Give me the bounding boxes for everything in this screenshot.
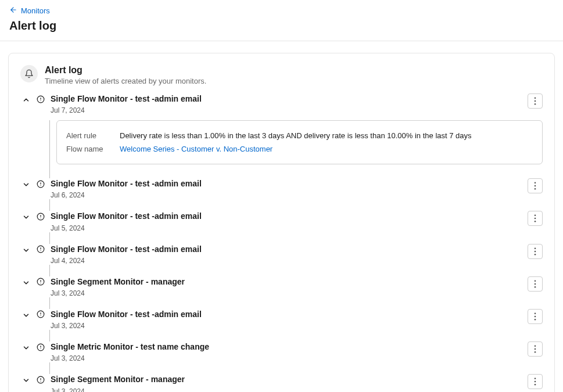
alert-title: Single Flow Monitor - test -admin email <box>51 211 522 221</box>
svg-point-11 <box>535 185 536 187</box>
alert-date: Jul 3, 2024 <box>51 354 522 362</box>
detail-label-rule: Alert rule <box>66 131 108 140</box>
timeline-line <box>49 362 50 374</box>
svg-point-17 <box>535 218 536 220</box>
svg-point-40 <box>535 346 536 347</box>
svg-point-30 <box>535 286 536 288</box>
more-options-button[interactable] <box>528 178 543 193</box>
svg-point-47 <box>535 381 536 383</box>
alert-circle-icon <box>37 376 45 386</box>
chevron-up-icon[interactable] <box>20 94 32 106</box>
card-title: Alert log <box>45 65 206 75</box>
svg-point-18 <box>535 221 536 222</box>
svg-point-16 <box>535 215 536 217</box>
card-subtitle: Timeline view of alerts created by your … <box>45 77 206 85</box>
alert-date: Jul 4, 2024 <box>51 257 522 265</box>
detail-value-rule: Delivery rate is less than 1.00% in the … <box>120 131 472 140</box>
timeline-line <box>49 265 50 276</box>
svg-point-42 <box>535 351 536 353</box>
more-options-button[interactable] <box>528 341 543 357</box>
more-options-button[interactable] <box>528 374 543 389</box>
alert-row: Single Flow Monitor - test -admin emailJ… <box>20 211 543 232</box>
chevron-down-icon[interactable] <box>20 342 32 354</box>
more-options-button[interactable] <box>528 276 543 292</box>
arrow-left-icon <box>9 6 17 16</box>
alert-date: Jul 3, 2024 <box>51 387 522 393</box>
alert-date: Jul 3, 2024 <box>51 289 522 297</box>
alert-row: Single Flow Monitor - test -admin emailJ… <box>20 244 543 265</box>
svg-point-22 <box>535 247 536 249</box>
alert-date: Jul 5, 2024 <box>51 224 522 232</box>
alert-row: Single Flow Monitor - test -admin emailJ… <box>20 309 543 330</box>
alert-date: Jul 7, 2024 <box>51 106 522 114</box>
timeline-line <box>49 120 50 178</box>
alert-title: Single Flow Monitor - test -admin email <box>51 93 522 104</box>
detail-label-flow: Flow name <box>66 145 108 153</box>
alert-row: Single Segment Monitor - managerJul 3, 2… <box>20 374 543 392</box>
alert-title: Single Metric Monitor - test name change <box>51 341 522 352</box>
alert-circle-icon <box>37 245 45 255</box>
alert-title: Single Segment Monitor - manager <box>51 374 522 384</box>
svg-point-6 <box>535 103 536 105</box>
chevron-down-icon[interactable] <box>20 211 32 223</box>
alert-row: Single Metric Monitor - test name change… <box>20 341 543 362</box>
alert-row: Single Segment Monitor - managerJul 3, 2… <box>20 276 543 297</box>
alert-circle-icon <box>37 95 45 105</box>
svg-point-23 <box>535 250 536 252</box>
svg-point-36 <box>535 319 536 321</box>
alert-circle-icon <box>37 213 45 222</box>
svg-point-34 <box>535 312 536 314</box>
svg-point-5 <box>535 100 536 102</box>
timeline-line <box>49 297 50 309</box>
chevron-down-icon[interactable] <box>20 244 32 256</box>
alert-circle-icon <box>37 180 45 190</box>
svg-point-28 <box>535 280 536 282</box>
chevron-down-icon[interactable] <box>20 179 32 190</box>
timeline-line <box>49 330 50 341</box>
more-options-button[interactable] <box>528 309 543 324</box>
svg-point-24 <box>535 254 536 256</box>
more-options-button[interactable] <box>528 93 543 109</box>
alert-log-card: Alert log Timeline view of alerts create… <box>8 53 555 392</box>
alert-title: Single Segment Monitor - manager <box>51 276 522 287</box>
bell-icon <box>20 65 38 82</box>
chevron-down-icon[interactable] <box>20 310 32 321</box>
more-options-button[interactable] <box>528 211 543 226</box>
svg-point-41 <box>535 348 536 350</box>
chevron-down-icon[interactable] <box>20 277 32 289</box>
breadcrumb-label: Monitors <box>21 6 50 15</box>
alert-circle-icon <box>37 278 45 287</box>
breadcrumb-back[interactable]: Monitors <box>9 6 554 16</box>
alert-title: Single Flow Monitor - test -admin email <box>51 244 522 254</box>
svg-point-12 <box>535 188 536 190</box>
more-options-button[interactable] <box>528 244 543 259</box>
alert-row: Single Flow Monitor - test -admin emailJ… <box>20 178 543 199</box>
chevron-down-icon[interactable] <box>20 375 32 386</box>
svg-point-46 <box>535 378 536 380</box>
alert-circle-icon <box>37 343 45 353</box>
svg-point-10 <box>535 182 536 184</box>
svg-point-4 <box>535 97 536 99</box>
alert-title: Single Flow Monitor - test -admin email <box>51 309 522 319</box>
timeline-line <box>49 199 50 211</box>
svg-point-48 <box>535 384 536 386</box>
svg-point-35 <box>535 316 536 318</box>
alert-details: Alert ruleDelivery rate is less than 1.0… <box>56 120 543 164</box>
alert-circle-icon <box>37 310 45 320</box>
timeline-line <box>49 232 50 244</box>
alert-date: Jul 6, 2024 <box>51 191 522 199</box>
alert-row: Single Flow Monitor - test -admin emailJ… <box>20 93 543 114</box>
alert-title: Single Flow Monitor - test -admin email <box>51 178 522 189</box>
svg-point-29 <box>535 283 536 285</box>
flow-link[interactable]: Welcome Series - Customer v. Non-Custome… <box>120 145 272 153</box>
page-title: Alert log <box>9 19 554 33</box>
alert-date: Jul 3, 2024 <box>51 322 522 330</box>
